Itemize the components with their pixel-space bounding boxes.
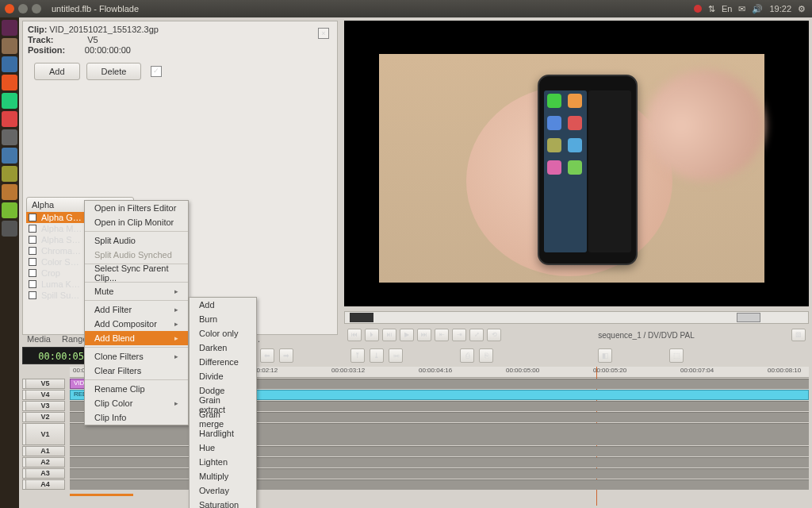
launcher-item[interactable] [2, 202, 17, 218]
menu-item[interactable]: Clip Info [85, 410, 188, 425]
blend-menu-item[interactable]: Darken [190, 341, 256, 355]
blend-menu-item[interactable]: Lighten [190, 455, 256, 469]
preview-frame [379, 54, 764, 283]
zoom-indicator[interactable] [70, 494, 133, 496]
tab-media[interactable]: Media [27, 334, 51, 344]
clip-context-menu: Open in Filters EditorOpen in Clip Monit… [84, 200, 189, 425]
track-header-v1[interactable]: V1 [25, 423, 65, 445]
mail-icon[interactable]: ✉ [738, 4, 745, 14]
menu-item[interactable]: Add Filter▸ [85, 302, 188, 317]
preview-monitor [344, 21, 809, 306]
record-icon[interactable] [694, 5, 702, 13]
window-title: untitled.flb - Flowblade [52, 4, 139, 13]
launcher-item[interactable] [2, 20, 17, 36]
menu-item[interactable]: Clear Filters [85, 364, 188, 378]
tool-button[interactable]: ⎘ [479, 348, 493, 363]
menu-item[interactable]: Select Sync Parent Clip... [85, 266, 188, 280]
delete-filter-button[interactable]: Delete [86, 63, 142, 80]
track-header-v3[interactable]: V3 [25, 401, 65, 411]
goto-start-button[interactable]: ⏮ [347, 329, 362, 341]
launcher-item[interactable] [2, 166, 17, 182]
launcher-item[interactable] [2, 38, 17, 54]
tool-button[interactable]: ⤒ [350, 348, 365, 363]
volume-icon[interactable]: 🔊 [752, 4, 763, 14]
track-header-a1[interactable]: A1 [25, 446, 65, 456]
clip-info-box: Clip: VID_20151021_155132.3gp Track: V5 … [23, 21, 337, 59]
trim-handle-left[interactable] [350, 313, 373, 322]
blend-menu-item[interactable]: Burn [190, 312, 256, 326]
track-a4[interactable] [70, 479, 809, 490]
monitor-scrubber[interactable] [344, 311, 809, 324]
track-header-a3[interactable]: A3 [25, 468, 65, 479]
track-a1[interactable] [70, 446, 809, 456]
launcher-item[interactable] [2, 221, 17, 237]
blend-menu-item[interactable]: Saturation [190, 498, 256, 508]
track-header-v5[interactable]: V5 [25, 379, 65, 389]
minimize-icon[interactable] [18, 4, 28, 13]
network-icon[interactable]: ⇅ [708, 4, 715, 14]
tool-button[interactable]: ⬚ [669, 348, 684, 363]
nav-next-button[interactable]: ➡ [279, 348, 293, 363]
track-header-a4[interactable]: A4 [25, 479, 65, 490]
launcher-item[interactable] [2, 129, 17, 145]
menu-item[interactable]: Clone Filters▸ [85, 349, 188, 364]
mark-out-button[interactable]: ⇥ [452, 329, 466, 341]
blend-menu-item[interactable]: Difference [190, 355, 256, 369]
menu-item[interactable]: Add Compositor▸ [85, 317, 188, 331]
system-tray: ⇅ En ✉ 🔊 19:22 ⚙ [688, 0, 812, 17]
menu-item[interactable]: Clip Color▸ [85, 396, 188, 410]
menu-item: Split Audio Synched [85, 248, 188, 262]
launcher-item[interactable] [2, 93, 17, 109]
auto-checkbox[interactable]: ✓ [151, 66, 162, 77]
mark-in-button[interactable]: ⇤ [435, 329, 449, 341]
launcher-item[interactable] [2, 75, 17, 90]
launcher-item[interactable] [2, 148, 17, 164]
step-back-button[interactable]: ⏵ [365, 329, 379, 341]
track-header-a2[interactable]: A2 [25, 457, 65, 468]
tool-button[interactable]: ⫘ [389, 348, 403, 363]
menu-item[interactable]: Split Audio [85, 233, 188, 248]
menu-item[interactable]: Add Blend▸ [85, 331, 188, 345]
transport-controls: ⏮ ⏵ ⏯ ▶ ⏭ ⇤ ⇥ ⤢ ⟲ sequence_1 / DV/DVD PA… [344, 327, 809, 343]
step-forward-button[interactable]: ⏭ [417, 329, 431, 341]
add-filter-button[interactable]: Add [34, 63, 80, 80]
tool-button[interactable]: ⎙ [460, 348, 474, 363]
clear-marks-button[interactable]: ⤢ [469, 329, 484, 341]
selected-clip-position: 00:00:00:00 [85, 45, 131, 55]
track-a3[interactable] [70, 468, 809, 479]
loop-button[interactable]: ⟲ [487, 329, 501, 341]
tool-button[interactable]: ⤓ [370, 348, 384, 363]
menu-item[interactable]: Open in Filters Editor [85, 201, 188, 215]
track-header-v4[interactable]: V4 [25, 390, 65, 400]
launcher-item[interactable] [2, 184, 17, 200]
menu-item[interactable]: Rename Clip [85, 382, 188, 396]
blend-menu-item[interactable]: Overlay [190, 483, 256, 498]
blend-menu-item[interactable]: Divide [190, 369, 256, 383]
trim-handle-right[interactable] [737, 313, 760, 322]
play-forward-button[interactable]: ▶ [400, 329, 414, 341]
selected-clip-name: VID_20151021_155132.3gp [49, 25, 159, 34]
monitor-settings-button[interactable]: ▧ [791, 329, 806, 341]
unity-launcher [0, 17, 19, 508]
close-clip-button[interactable]: × [318, 28, 329, 39]
track-v1[interactable] [70, 423, 809, 445]
launcher-item[interactable] [2, 56, 17, 72]
blend-menu-item[interactable]: Multiply [190, 469, 256, 483]
menu-item[interactable]: Open in Clip Monitor [85, 215, 188, 229]
blend-menu-item[interactable]: Grain merge [190, 412, 256, 426]
lang-icon[interactable]: En [722, 4, 732, 13]
maximize-icon[interactable] [32, 4, 41, 13]
gear-icon[interactable]: ⚙ [798, 4, 806, 14]
track-header-v2[interactable]: V2 [25, 412, 65, 422]
clock[interactable]: 19:22 [769, 4, 791, 13]
close-icon[interactable] [5, 4, 14, 13]
blend-menu-item[interactable]: Add [190, 298, 256, 312]
track-a2[interactable] [70, 457, 809, 468]
nav-prev-button[interactable]: ⬅ [260, 348, 274, 363]
blend-menu-item[interactable]: Color only [190, 326, 256, 341]
launcher-item[interactable] [2, 111, 17, 127]
menu-item[interactable]: Mute▸ [85, 284, 188, 298]
play-button[interactable]: ⏯ [382, 329, 396, 341]
tool-button[interactable]: ◧ [598, 348, 612, 363]
blend-menu-item[interactable]: Hue [190, 441, 256, 455]
